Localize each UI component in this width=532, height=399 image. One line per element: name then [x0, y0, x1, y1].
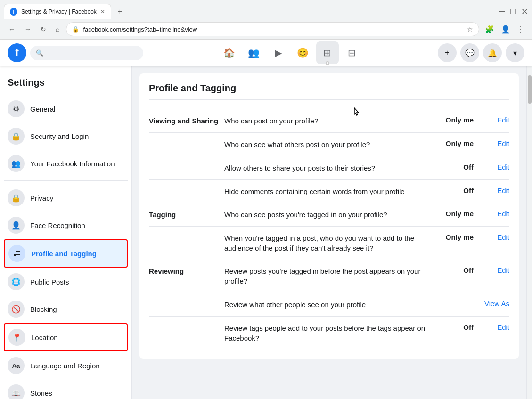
sidebar-item-public-posts[interactable]: 🌐 Public Posts: [4, 269, 128, 295]
sidebar-label-language: Language and Region: [30, 362, 100, 370]
sidebar-item-security[interactable]: 🔒 Security and Login: [4, 123, 128, 149]
setting-value-post-on-profile: Only me: [443, 116, 481, 124]
search-bar[interactable]: 🔍: [30, 46, 143, 60]
section-label-empty-3: [149, 187, 224, 187]
setting-value-see-others-posts: Only me: [443, 139, 481, 147]
menu-button[interactable]: ⋮: [515, 23, 526, 36]
close-button[interactable]: ✕: [521, 7, 528, 17]
messenger-button[interactable]: 💬: [460, 43, 479, 62]
reload-button[interactable]: ↻: [38, 24, 49, 35]
edit-link-see-others-posts[interactable]: Edit: [497, 139, 509, 147]
url-display: facebook.com/settings?tab=timeline&view: [83, 26, 463, 33]
scrollbar[interactable]: [526, 66, 532, 399]
setting-value-tag-audience: Only me: [443, 233, 481, 241]
sidebar-item-stories[interactable]: 📖 Stories: [4, 380, 128, 399]
location-icon: 📍: [8, 329, 25, 346]
edit-link-tagged-posts-visible[interactable]: Edit: [497, 210, 509, 218]
browser-actions: 🧩 👤 ⋮: [483, 23, 526, 36]
sidebar-item-privacy[interactable]: 🔒 Privacy: [4, 185, 128, 211]
setting-row-review-tagged-posts: Reviewing Review posts you're tagged in …: [149, 260, 509, 293]
nav-watch-button[interactable]: ▶: [267, 41, 290, 64]
section-label-tagging: Tagging: [149, 210, 224, 219]
sidebar-item-blocking[interactable]: 🚫 Blocking: [4, 296, 128, 322]
section-label-empty-1: [149, 139, 224, 140]
tab-close-button[interactable]: ✕: [100, 8, 105, 15]
search-icon: 🔍: [36, 49, 43, 57]
nav-friends-button[interactable]: 👥: [243, 41, 265, 64]
setting-value-review-tagged-posts: Off: [443, 266, 481, 274]
facebook-logo[interactable]: f: [8, 43, 26, 62]
edit-link-share-stories[interactable]: Edit: [497, 163, 509, 171]
setting-desc-post-on-profile: Who can post on your profile?: [224, 116, 443, 126]
window-controls: ─ □ ✕: [499, 7, 528, 17]
sidebar-label-security: Security and Login: [30, 132, 89, 140]
setting-action-share-stories: Edit: [481, 163, 509, 171]
nav-right-actions: + 💬 🔔 ▾: [438, 43, 524, 62]
nav-marketplace-button[interactable]: ⊟: [341, 41, 363, 64]
sidebar-item-face-recognition[interactable]: 👤 Face Recognition: [4, 212, 128, 238]
edit-link-hide-comments[interactable]: Edit: [497, 187, 509, 195]
nav-center-icons: 🏠 👥 ▶ 😊 ⊞ ⊟: [218, 41, 363, 64]
sidebar-label-location: Location: [31, 334, 58, 342]
main-layout: Settings ⚙ General 🔒 Security and Login …: [0, 66, 532, 399]
setting-action-see-others-posts: Edit: [481, 139, 509, 147]
forward-button[interactable]: →: [22, 24, 34, 35]
sidebar-item-profile-tagging[interactable]: 🏷 Profile and Tagging: [4, 239, 128, 268]
section-label-reviewing: Reviewing: [149, 266, 224, 275]
sidebar-item-general[interactable]: ⚙ General: [4, 96, 128, 122]
profile-button[interactable]: 👤: [499, 23, 512, 36]
new-tab-button[interactable]: +: [113, 5, 127, 19]
sidebar-label-blocking: Blocking: [30, 305, 57, 313]
maximize-button[interactable]: □: [510, 7, 516, 17]
edit-link-review-tags[interactable]: Edit: [497, 323, 509, 331]
tab-bar: f Settings & Privacy | Facebook ✕ + ─ □ …: [0, 0, 532, 19]
setting-action-review-tagged-posts: Edit: [481, 266, 509, 274]
language-icon: Aa: [8, 357, 25, 374]
edit-link-post-on-profile[interactable]: Edit: [497, 116, 509, 124]
section-label-empty-5: [149, 300, 224, 301]
sidebar-item-location[interactable]: 📍 Location: [4, 323, 128, 351]
setting-action-view-as: View As: [481, 300, 509, 308]
extensions-button[interactable]: 🧩: [483, 23, 496, 36]
reviewing-section: Reviewing Review posts you're tagged in …: [149, 260, 509, 350]
setting-row-post-on-profile: Viewing and Sharing Who can post on your…: [149, 109, 509, 133]
active-tab[interactable]: f Settings & Privacy | Facebook ✕: [4, 4, 111, 19]
scroll-thumb[interactable]: [528, 75, 532, 104]
page-title: Profile and Tagging: [149, 83, 509, 100]
create-button[interactable]: +: [438, 43, 457, 62]
section-label-empty-2: [149, 163, 224, 164]
setting-action-tag-audience: Edit: [481, 233, 509, 241]
home-button[interactable]: ⌂: [53, 24, 62, 35]
sidebar-label-stories: Stories: [30, 389, 52, 397]
sidebar-label-public-posts: Public Posts: [30, 278, 69, 286]
minimize-button[interactable]: ─: [499, 7, 505, 17]
setting-desc-tagged-posts-visible: Who can see posts you're tagged in on yo…: [224, 210, 443, 220]
setting-action-hide-comments: Edit: [481, 187, 509, 195]
bookmark-icon[interactable]: ☆: [467, 25, 473, 33]
setting-desc-share-stories: Allow others to share your posts to thei…: [224, 163, 443, 173]
settings-sidebar: Settings ⚙ General 🔒 Security and Login …: [0, 66, 132, 399]
back-button[interactable]: ←: [6, 24, 18, 35]
sidebar-label-face-recognition: Face Recognition: [30, 221, 85, 229]
notifications-button[interactable]: 🔔: [483, 43, 502, 62]
security-icon: 🔒: [8, 128, 25, 145]
tab-title: Settings & Privacy | Facebook: [21, 8, 97, 15]
address-bar[interactable]: 🔒 facebook.com/settings?tab=timeline&vie…: [66, 22, 479, 36]
facebook-navbar: f 🔍 🏠 👥 ▶ 😊 ⊞ ⊟ + 💬 🔔 ▾: [0, 40, 532, 66]
edit-link-review-tagged-posts[interactable]: Edit: [497, 266, 509, 274]
setting-action-review-tags: Edit: [481, 323, 509, 331]
nav-pages-button[interactable]: ⊞: [316, 41, 339, 64]
nav-groups-button[interactable]: 😊: [292, 41, 314, 64]
privacy-icon: 🔒: [8, 189, 25, 206]
view-as-link[interactable]: View As: [484, 300, 509, 308]
blocking-icon: 🚫: [8, 301, 25, 318]
sidebar-item-language[interactable]: Aa Language and Region: [4, 352, 128, 379]
profile-tagging-icon: 🏷: [8, 245, 25, 262]
general-icon: ⚙: [8, 100, 25, 117]
sidebar-title: Settings: [4, 73, 128, 96]
nav-home-button[interactable]: 🏠: [218, 41, 241, 64]
sidebar-item-fb-info[interactable]: 👥 Your Facebook Information: [4, 150, 128, 177]
edit-link-tag-audience[interactable]: Edit: [497, 233, 509, 241]
account-menu-button[interactable]: ▾: [506, 43, 524, 62]
sidebar-label-general: General: [30, 105, 55, 113]
